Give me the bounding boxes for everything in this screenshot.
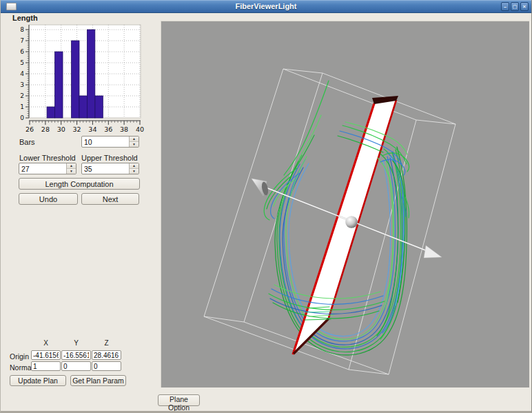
bars-label: Bars	[19, 138, 35, 146]
svg-text:34: 34	[88, 125, 96, 133]
svg-text:5: 5	[20, 59, 24, 66]
wireframe-box	[204, 69, 456, 374]
column-header-z: Z	[92, 339, 121, 347]
maximize-icon: ▢	[513, 3, 518, 10]
update-plan-button[interactable]: Update Plan	[10, 375, 66, 386]
window-title: FiberViewerLight	[1, 0, 531, 12]
origin-label: Origin	[10, 352, 29, 361]
undo-button[interactable]: Undo	[19, 193, 78, 205]
close-button[interactable]: ✕	[520, 2, 529, 11]
get-plan-param-button[interactable]: Get Plan Param	[70, 375, 126, 386]
svg-text:4: 4	[20, 70, 24, 77]
svg-text:28: 28	[41, 125, 50, 133]
plane-option-button[interactable]: Plane Option	[158, 394, 200, 406]
bars-spin-down[interactable]: ▼	[130, 142, 139, 147]
app-window: FiberViewerLight – ▢ ✕ Length 0123456782…	[0, 0, 532, 413]
viewport-3d[interactable]	[161, 21, 529, 387]
svg-text:2: 2	[20, 92, 24, 99]
next-button[interactable]: Next	[81, 193, 139, 205]
upper-threshold-spin-up[interactable]: ▲	[130, 163, 139, 169]
svg-text:6: 6	[20, 48, 24, 55]
svg-text:3: 3	[20, 81, 24, 88]
lower-threshold-spin-down[interactable]: ▼	[67, 169, 76, 174]
upper-threshold-input[interactable]	[82, 163, 129, 174]
svg-text:30: 30	[57, 125, 65, 133]
lower-threshold-label: Lower Threshold	[19, 154, 76, 162]
svg-text:1: 1	[20, 103, 24, 110]
minimize-button[interactable]: –	[501, 2, 509, 11]
origin-sphere	[345, 216, 358, 228]
svg-text:7: 7	[20, 37, 24, 44]
svg-text:26: 26	[25, 125, 34, 133]
bars-input[interactable]	[82, 137, 129, 147]
upper-threshold-spin-down[interactable]: ▼	[130, 169, 139, 174]
svg-text:40: 40	[136, 125, 144, 133]
length-computation-button[interactable]: Length Computation	[19, 178, 140, 190]
svg-text:0: 0	[20, 114, 24, 121]
origin-y-field[interactable]	[61, 350, 91, 360]
bars-spin-up[interactable]: ▲	[130, 137, 139, 142]
lower-threshold-spinbox[interactable]: ▲ ▼	[19, 163, 76, 174]
normal-z-field[interactable]	[92, 361, 121, 371]
normal-x-field[interactable]	[31, 361, 61, 371]
axis-arrow-left	[252, 179, 269, 196]
length-histogram: 0123456782628303234363840	[13, 23, 151, 135]
svg-text:8: 8	[20, 26, 24, 33]
svg-text:32: 32	[73, 125, 81, 133]
column-header-x: X	[31, 339, 61, 347]
normal-label: Normal	[10, 363, 33, 372]
normal-y-field[interactable]	[61, 361, 91, 371]
svg-text:38: 38	[120, 125, 128, 133]
close-icon: ✕	[522, 3, 526, 10]
column-header-y: Y	[61, 339, 91, 347]
lower-threshold-input[interactable]	[19, 163, 66, 174]
origin-x-field[interactable]	[31, 350, 61, 360]
title-bar[interactable]: FiberViewerLight – ▢ ✕	[1, 0, 531, 13]
bars-spinbox[interactable]: ▲ ▼	[81, 136, 139, 148]
app-icon	[6, 3, 17, 10]
axis-arrow-right	[424, 245, 442, 258]
length-section-title: Length	[12, 14, 38, 22]
lower-threshold-spin-up[interactable]: ▲	[67, 163, 76, 169]
upper-threshold-spinbox[interactable]: ▲ ▼	[81, 163, 139, 174]
upper-threshold-label: Upper Threshold	[81, 154, 138, 162]
svg-text:36: 36	[104, 125, 112, 133]
maximize-button[interactable]: ▢	[511, 2, 519, 11]
origin-z-field[interactable]	[92, 350, 121, 360]
minimize-icon: –	[504, 3, 507, 10]
